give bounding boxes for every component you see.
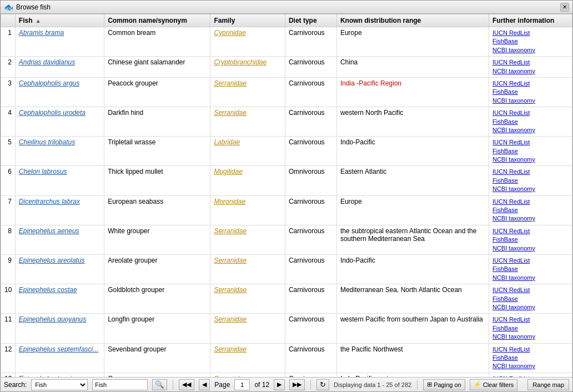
page-label: Page [214,381,230,389]
family-link[interactable]: Serranidae [214,286,247,294]
fish-link[interactable]: Epinephelus aeneus [19,227,79,235]
fish-link[interactable]: Epinephelus areolatus [19,257,85,264]
family-link[interactable]: Cyprinidae [214,29,245,37]
col-header-diet[interactable]: Diet type [285,14,336,27]
info-link[interactable]: NCBI taxonomy [492,303,569,311]
info-link[interactable]: NCBI taxonomy [492,333,569,341]
info-link[interactable]: FishBase [492,177,569,185]
family-link[interactable]: Serranidae [214,257,247,264]
family-name: Serranidae [210,107,285,137]
family-link[interactable]: Serranidae [214,345,247,353]
common-name: Sevenband grouper [104,343,210,373]
info-link[interactable]: FishBase [492,37,569,46]
fish-link[interactable]: Andrias davidianus [19,58,75,66]
info-link[interactable]: FishBase [492,354,569,362]
close-button[interactable]: ✕ [560,3,569,12]
table-scroll-area[interactable]: Fish ▲ Common name/synonym Family Diet t… [1,14,572,377]
row-number: 4 [1,107,16,137]
page-number-input[interactable] [234,379,250,390]
info-link[interactable]: NCBI taxonomy [492,362,569,370]
info-link[interactable]: IUCN RedList [492,79,569,88]
table-row: 10Epinephelus costaeGoldblotch grouperSe… [1,284,572,314]
nav-first-button[interactable]: ◀◀ [179,379,194,390]
col-header-family[interactable]: Family [210,14,285,27]
info-link[interactable]: IUCN RedList [492,345,569,354]
divider-3 [417,380,418,390]
info-link[interactable]: NCBI taxonomy [492,97,569,105]
info-link[interactable]: FishBase [492,206,569,214]
family-link[interactable]: Serranidae [214,109,247,117]
info-link[interactable]: IUCN RedList [492,168,569,176]
info-link[interactable]: FishBase [492,235,569,244]
info-link[interactable]: NCBI taxonomy [492,185,569,193]
row-number: 7 [1,195,16,225]
fish-link[interactable]: Dicentrarchus labrax [19,198,80,205]
family-link[interactable]: Mugilidae [214,168,242,175]
fish-link[interactable]: Epinephelus costae [19,286,77,294]
further-info: IUCN RedListFishBaseNCBI taxonomy [489,107,572,137]
info-link[interactable]: FishBase [492,295,569,303]
further-info: IUCN RedListFishBaseNCBI taxonomy [489,27,572,57]
page-total: of 12 [254,381,269,389]
info-link[interactable]: FishBase [492,324,569,333]
refresh-button[interactable]: ↻ [316,379,329,390]
family-link[interactable]: Cryptobranchidae [214,58,267,66]
col-header-info[interactable]: Further information [489,14,572,27]
info-link[interactable]: NCBI taxonomy [492,155,569,164]
further-info: IUCN RedListFishBaseNCBI taxonomy [489,225,572,254]
clear-filters-button[interactable]: ⚡ Clear filters [470,379,518,390]
info-link[interactable]: IUCN RedList [492,286,569,294]
family-link[interactable]: Moronidae [214,198,245,205]
fish-link[interactable]: Epinephelus quoyanus [19,315,86,323]
window-icon: 🐟 [4,3,13,12]
info-link[interactable]: IUCN RedList [492,138,569,147]
info-link[interactable]: NCBI taxonomy [492,126,569,134]
info-link[interactable]: NCBI taxonomy [492,46,569,54]
fish-link[interactable]: Epinephelus septemfasci... [19,345,98,353]
table-row: 5Cheilinus trilobatusTripletail wrasseLa… [1,137,572,166]
family-link[interactable]: Serranidae [214,79,247,87]
info-link[interactable]: NCBI taxonomy [492,214,569,223]
info-link[interactable]: IUCN RedList [492,257,569,265]
family-name: Moronidae [210,195,285,225]
col-header-fish[interactable]: Fish ▲ [15,14,104,27]
fish-link[interactable]: Cephalopholis urodeta [19,109,86,117]
col-header-dist[interactable]: Known distribution range [336,14,489,27]
info-link[interactable]: FishBase [492,88,569,96]
info-link[interactable]: IUCN RedList [492,198,569,206]
info-link[interactable]: IUCN RedList [492,315,569,324]
fish-link[interactable]: Abramis brama [19,29,64,37]
col-header-common[interactable]: Common name/synonym [104,14,210,27]
info-link[interactable]: IUCN RedList [492,227,569,235]
info-link[interactable]: IUCN RedList [492,109,569,117]
info-link[interactable]: FishBase [492,147,569,155]
search-button[interactable]: 🔍 [152,379,167,390]
nav-last-button[interactable]: ▶▶ [289,379,305,390]
info-link[interactable]: IUCN RedList [492,58,569,67]
range-map-button[interactable]: Range map [527,379,569,390]
info-link[interactable]: IUCN RedList [492,29,569,37]
fish-link[interactable]: Cheilinus trilobatus [19,138,75,146]
row-number: 9 [1,254,16,284]
further-info: IUCN RedListFishBaseNCBI taxonomy [489,137,572,166]
fish-link[interactable]: Chelon labrosus [19,168,67,175]
info-link[interactable]: NCBI taxonomy [492,274,569,282]
nav-prev-button[interactable]: ◀ [199,379,210,390]
info-link[interactable]: FishBase [492,265,569,273]
info-link[interactable]: FishBase [492,118,569,126]
paging-toggle-button[interactable]: ⊞ Paging on [423,379,465,390]
distribution-range: western North Pacific [336,107,489,137]
fish-link[interactable]: Cephalopholis argus [19,79,79,87]
search-type-select[interactable]: Fish Common name Family Diet type [31,379,88,390]
table-row: 9Epinephelus areolatusAreolate grouperSe… [1,254,572,284]
search-input[interactable] [92,379,148,390]
family-name: Serranidae [210,284,285,314]
diet-type: Carnivorous [285,27,336,57]
family-link[interactable]: Labridae [214,138,240,146]
family-link[interactable]: Serranidae [214,315,247,323]
further-info: IUCN RedListNCBI taxonomy [489,57,572,78]
info-link[interactable]: NCBI taxonomy [492,67,569,76]
nav-next-button[interactable]: ▶ [274,379,285,390]
family-link[interactable]: Serranidae [214,227,247,235]
info-link[interactable]: NCBI taxonomy [492,244,569,253]
